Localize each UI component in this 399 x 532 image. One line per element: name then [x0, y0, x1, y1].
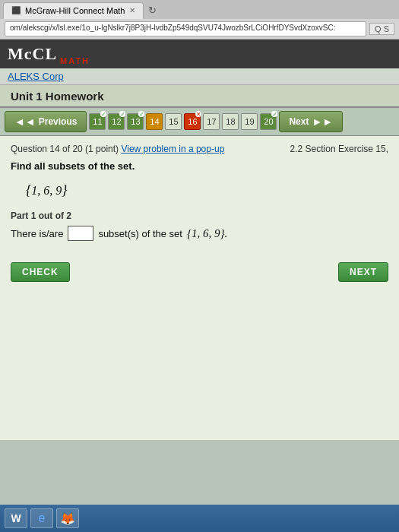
- math-set-display: {1, 6, 9}: [26, 182, 373, 198]
- section-reference: 2.2 Section Exercise 15,: [290, 144, 388, 154]
- site-header: McCL MATH: [0, 40, 399, 68]
- logo-sub: MATH: [60, 56, 90, 65]
- navigation-bar: ◄◄ Previous 11 ✓ 12 ✓ 13 ✓ 14 15 16 ✕ 17: [0, 108, 399, 136]
- page-18-btn[interactable]: 18: [222, 113, 239, 130]
- page-17-btn[interactable]: 17: [203, 113, 220, 130]
- previous-label: Previous: [39, 116, 78, 127]
- page-16-btn[interactable]: 16 ✕: [184, 113, 201, 130]
- x-16-icon: ✕: [195, 111, 201, 117]
- address-bar: om/alekscgi/x/lsl.exe/1o_u-IgNslkr7j8P3j…: [0, 19, 399, 39]
- taskbar: W e 🦊: [0, 505, 399, 532]
- page-17-label: 17: [207, 117, 216, 126]
- part-label: Part 1 out of 2: [11, 211, 388, 221]
- answer-input[interactable]: [68, 226, 93, 241]
- page-16-label: 16: [188, 117, 197, 126]
- tab-close-btn[interactable]: ✕: [129, 6, 135, 14]
- question-instruction: Find all subsets of the set.: [11, 160, 388, 172]
- answer-prompt-after: subset(s) of the set: [98, 228, 182, 239]
- content-area: Question 14 of 20 (1 point) View problem…: [0, 136, 399, 440]
- page-15-label: 15: [169, 117, 178, 126]
- page-19-label: 19: [245, 117, 254, 126]
- arrow-left-icon: ◄◄: [14, 116, 36, 128]
- page-15-btn[interactable]: 15: [165, 113, 182, 130]
- page-20-btn[interactable]: 20 ✓: [260, 113, 277, 130]
- page-19-btn[interactable]: 19: [241, 113, 258, 130]
- inline-set: {1, 6, 9}.: [187, 227, 227, 240]
- search-btn[interactable]: Q S: [369, 23, 394, 35]
- question-info: Question 14 of 20 (1 point) View problem…: [11, 144, 224, 154]
- inline-set-values: 1, 6, 9: [192, 227, 220, 239]
- reload-btn[interactable]: ↻: [148, 5, 157, 16]
- content-next-button[interactable]: NEXT: [338, 262, 388, 282]
- logo-text: McCL: [8, 44, 57, 64]
- firefox-icon: 🦊: [60, 511, 75, 526]
- browser-chrome: ⬛ McGraw-Hill Connect Math ✕ ↻ om/aleksc…: [0, 0, 399, 40]
- tab-bar: ⬛ McGraw-Hill Connect Math ✕ ↻: [0, 0, 399, 19]
- page-14-label: 14: [150, 117, 159, 126]
- active-tab[interactable]: ⬛ McGraw-Hill Connect Math ✕: [3, 2, 144, 19]
- action-bar: CHECK NEXT: [11, 255, 388, 290]
- taskbar-ie-btn[interactable]: e: [30, 508, 53, 528]
- check-20-icon: ✓: [271, 111, 277, 117]
- check-13-icon: ✓: [138, 111, 144, 117]
- page-18-label: 18: [226, 117, 235, 126]
- breadcrumb-link[interactable]: ALEKS Corp: [8, 71, 64, 82]
- next-button[interactable]: Next ►►: [279, 111, 343, 132]
- page-13-label: 13: [131, 117, 140, 126]
- page-11-btn[interactable]: 11 ✓: [89, 113, 106, 130]
- unit-title: Unit 1 Homework: [11, 90, 104, 103]
- answer-row: There is/are subset(s) of the set {1, 6,…: [11, 226, 388, 241]
- taskbar-word-btn[interactable]: W: [5, 508, 27, 528]
- previous-button[interactable]: ◄◄ Previous: [5, 111, 87, 132]
- next-label: Next: [289, 116, 309, 127]
- page-13-btn[interactable]: 13 ✓: [127, 113, 144, 130]
- answer-prompt-before: There is/are: [11, 228, 63, 239]
- page-12-label: 12: [112, 117, 121, 126]
- page-14-btn[interactable]: 14: [146, 113, 163, 130]
- popup-link[interactable]: View problem in a pop-up: [121, 144, 224, 154]
- unit-title-bar: Unit 1 Homework: [0, 85, 399, 108]
- ie-icon: e: [39, 511, 46, 525]
- check-11-icon: ✓: [100, 111, 106, 117]
- page-wrapper: McCL MATH ALEKS Corp Unit 1 Homework ◄◄ …: [0, 40, 399, 532]
- check-button[interactable]: CHECK: [11, 262, 70, 282]
- tab-title: McGraw-Hill Connect Math: [25, 6, 125, 15]
- question-count: Question 14 of 20 (1 point): [11, 144, 119, 154]
- question-header: Question 14 of 20 (1 point) View problem…: [11, 144, 388, 154]
- page-12-btn[interactable]: 12 ✓: [108, 113, 125, 130]
- page-11-label: 11: [93, 117, 102, 126]
- word-icon: W: [11, 512, 21, 524]
- taskbar-firefox-btn[interactable]: 🦊: [56, 508, 79, 528]
- check-12-icon: ✓: [119, 111, 125, 117]
- arrow-right-icon: ►►: [312, 116, 333, 128]
- url-display[interactable]: om/alekscgi/x/lsl.exe/1o_u-IgNslkr7j8P3j…: [5, 21, 366, 36]
- set-values: 1, 6, 9: [31, 184, 62, 197]
- page-20-label: 20: [264, 117, 273, 126]
- breadcrumb-bar: ALEKS Corp: [0, 68, 399, 85]
- inline-close-brace: }: [220, 227, 224, 239]
- close-brace: }: [62, 182, 67, 198]
